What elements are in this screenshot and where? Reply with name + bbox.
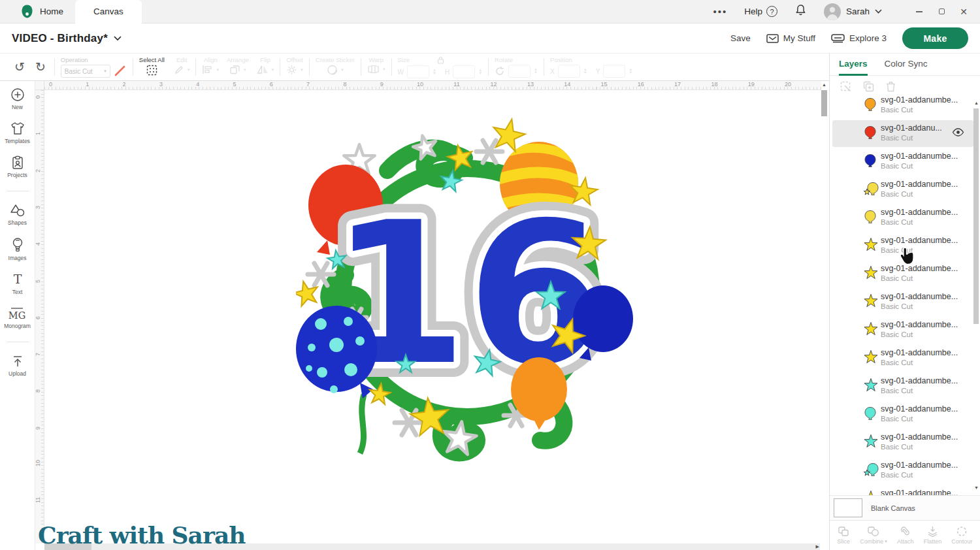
height-stepper[interactable]: ▲▼ — [478, 69, 482, 75]
layer-visibility-eye-icon[interactable] — [952, 127, 964, 139]
redo-button[interactable]: ↻ — [35, 59, 46, 74]
layer-row[interactable]: svg-01-addanumbe...Basic Cut — [830, 429, 980, 457]
more-menu-icon[interactable]: ••• — [713, 6, 727, 17]
sidebar-item-new[interactable]: New — [10, 88, 25, 110]
layer-row[interactable]: svg-01-addanumbe...Basic Cut — [830, 232, 980, 260]
blank-canvas-row[interactable]: Blank Canvas — [830, 495, 980, 520]
help-button[interactable]: Help ? — [744, 6, 777, 17]
rotate-stepper[interactable]: ▲▼ — [534, 68, 538, 74]
layer-row[interactable]: svg-01-addanu...Basic Cut — [830, 120, 980, 148]
window-close-button[interactable]: ✕ — [953, 0, 975, 24]
layer-name: svg-01-addanumbe... — [881, 95, 958, 105]
align-button[interactable]: ▾ — [202, 65, 219, 74]
layer-row[interactable]: svg-01-addanumbe...Basic Cut — [830, 204, 980, 232]
flip-label: Flip — [260, 56, 270, 63]
width-label: W — [398, 69, 404, 76]
tab-canvas[interactable]: Canvas — [75, 0, 142, 24]
scrollbar-thumb[interactable] — [973, 108, 979, 324]
sidebar-item-text[interactable]: T Text — [10, 272, 25, 295]
layer-row[interactable]: svg-01-addanumbe...Basic Cut — [830, 260, 980, 288]
sidebar-item-monogram[interactable]: MG Monogram — [4, 306, 31, 329]
ruler-tick-label: 15 — [601, 81, 608, 88]
x-label: X — [550, 68, 555, 75]
question-icon: ? — [766, 6, 777, 17]
pen-color-icon[interactable] — [114, 65, 127, 77]
sidebar-item-templates[interactable]: Templates — [5, 121, 30, 144]
height-label: H — [445, 69, 449, 76]
save-button[interactable]: Save — [730, 33, 751, 43]
flatten-button[interactable]: Flatten — [924, 526, 942, 545]
size-group: Size W ▲▼ H ▲▼ — [398, 54, 483, 80]
notifications-bell-icon[interactable] — [794, 4, 807, 19]
arrange-button[interactable]: ▾ — [229, 65, 246, 74]
layer-type: Basic Cut — [881, 387, 913, 395]
x-input[interactable] — [558, 65, 580, 78]
tab-layers[interactable]: Layers — [839, 54, 868, 76]
create-sticker-button[interactable]: ▾ — [327, 65, 344, 75]
layer-row[interactable]: svg-01-addanumbe...Basic Cut — [830, 91, 980, 120]
x-stepper[interactable]: ▲▼ — [583, 68, 587, 74]
layers-panel: Layers Color Sync svg-01-addanumbe...Bas… — [829, 54, 980, 550]
blank-canvas-swatch[interactable] — [834, 498, 862, 517]
layer-row[interactable]: svg-01-addanumbe...Basic Cut — [830, 148, 980, 176]
rotate-label: Rotate — [495, 56, 538, 63]
layer-row[interactable]: svg-01-addanumbe...Basic Cut — [830, 485, 980, 495]
ruler-tick-label: 4 — [196, 81, 199, 88]
scrollbar-thumb[interactable] — [821, 90, 827, 116]
help-label: Help — [744, 7, 762, 16]
tab-color-sync[interactable]: Color Sync — [885, 54, 928, 76]
layer-thumbnail-icon — [864, 491, 878, 495]
rotate-input[interactable] — [508, 65, 531, 78]
user-menu[interactable]: Sarah — [824, 3, 882, 20]
canvas-area[interactable]: 01234567891011121314151617181920 0123456… — [35, 81, 829, 550]
window-minimize-button[interactable] — [908, 0, 930, 24]
layer-name: svg-01-addanumbe... — [881, 404, 958, 413]
edit-button[interactable]: ▾ — [174, 65, 190, 75]
window-maximize-button[interactable] — [930, 0, 953, 24]
sidebar-item-shapes[interactable]: Shapes — [8, 203, 27, 226]
attach-button[interactable]: Attach — [897, 526, 914, 545]
layer-row[interactable]: svg-01-addanumbe...Basic Cut — [830, 316, 980, 344]
contour-button[interactable]: Contour — [951, 526, 972, 545]
ruler-tick-label: 14 — [564, 81, 570, 88]
height-input[interactable] — [453, 65, 475, 78]
y-input[interactable] — [603, 65, 625, 78]
layer-row[interactable]: svg-01-addanumbe...Basic Cut — [830, 344, 980, 372]
warp-button[interactable]: ▾ — [367, 65, 385, 74]
explore-machine-button[interactable]: Explore 3 — [831, 33, 887, 43]
slice-icon — [838, 526, 849, 537]
slice-button[interactable]: Slice — [838, 526, 851, 545]
layer-row[interactable]: svg-01-addanumbe...Basic Cut — [830, 288, 980, 316]
layer-thumbnail-icon — [864, 462, 879, 479]
layer-row[interactable]: svg-01-addanumbe...Basic Cut — [830, 457, 980, 485]
lock-icon[interactable] — [437, 56, 444, 64]
layer-row[interactable]: svg-01-addanumbe...Basic Cut — [830, 400, 980, 429]
align-group: Align ▾ — [202, 54, 219, 80]
undo-button[interactable]: ↺ — [14, 59, 25, 74]
design-birthday-16[interactable]: 16 16 — [296, 108, 637, 466]
warp-group: Warp ▾ — [367, 54, 385, 80]
width-input[interactable] — [407, 65, 429, 78]
select-all-button[interactable] — [146, 65, 157, 78]
sidebar-item-projects[interactable]: Projects — [7, 155, 27, 178]
combine-button[interactable]: Combine▾ — [860, 526, 887, 545]
offset-button[interactable]: ▾ — [286, 65, 303, 75]
operation-select[interactable]: Basic Cut ▾ — [61, 65, 110, 78]
layer-row[interactable]: svg-01-addanumbe...Basic Cut — [830, 176, 980, 204]
operation-value: Basic Cut — [65, 68, 93, 75]
layer-row[interactable]: svg-01-addanumbe...Basic Cut — [830, 372, 980, 400]
width-stepper[interactable]: ▲▼ — [433, 69, 436, 75]
layer-thumbnail-icon — [864, 125, 877, 142]
sidebar-item-images[interactable]: Images — [8, 237, 27, 261]
make-button[interactable]: Make — [902, 27, 968, 49]
project-title-menu[interactable]: VIDEO - Birthday* — [12, 32, 122, 45]
y-stepper[interactable]: ▲▼ — [629, 68, 632, 74]
flip-button[interactable]: ▾ — [257, 65, 274, 74]
layers-scrollbar[interactable]: ▲ ▼ — [973, 101, 979, 490]
tab-home[interactable]: Home — [33, 0, 75, 24]
layer-type: Basic Cut — [881, 162, 913, 170]
ruler-tick-label: 9 — [35, 427, 41, 430]
sidebar-item-upload[interactable]: Upload — [8, 354, 26, 377]
my-stuff-button[interactable]: My Stuff — [766, 33, 815, 44]
canvas-vertical-scrollbar[interactable]: ▲ — [821, 82, 828, 541]
